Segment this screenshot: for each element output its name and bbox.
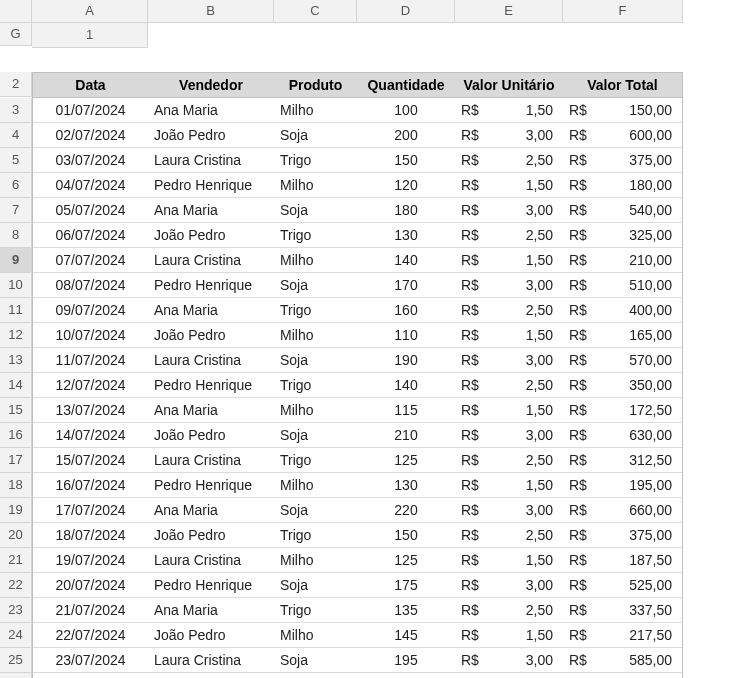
- cell-produto[interactable]: Milho: [274, 323, 357, 348]
- cell-vendedor[interactable]: João Pedro: [148, 523, 274, 548]
- cell-quantidade[interactable]: 135: [357, 598, 455, 623]
- cell-valor-unitario[interactable]: R$3,00: [455, 648, 563, 673]
- cell-valor-total[interactable]: R$312,50: [563, 448, 683, 473]
- row-header-16[interactable]: 16: [0, 423, 32, 448]
- cell-valor-unitario[interactable]: R$1,50: [455, 623, 563, 648]
- cell-quantidade[interactable]: 130: [357, 473, 455, 498]
- cell-valor-unitario[interactable]: R$2,50: [455, 223, 563, 248]
- cell-data[interactable]: 18/07/2024: [32, 523, 148, 548]
- cell-vendedor[interactable]: Ana Maria: [148, 198, 274, 223]
- header-quantidade[interactable]: Quantidade: [357, 72, 455, 98]
- cell-valor-unitario[interactable]: R$2,50: [455, 673, 563, 678]
- cell-quantidade[interactable]: 150: [357, 148, 455, 173]
- cell-quantidade[interactable]: 145: [357, 673, 455, 678]
- cell-data[interactable]: 03/07/2024: [32, 148, 148, 173]
- cell-produto[interactable]: Milho: [274, 473, 357, 498]
- cell-produto[interactable]: Trigo: [274, 148, 357, 173]
- cell-quantidade[interactable]: 160: [357, 298, 455, 323]
- cell-produto[interactable]: Soja: [274, 648, 357, 673]
- cell-quantidade[interactable]: 110: [357, 323, 455, 348]
- cell-data[interactable]: 24/07/2024: [32, 673, 148, 678]
- cell-data[interactable]: 08/07/2024: [32, 273, 148, 298]
- cell-produto[interactable]: Soja: [274, 123, 357, 148]
- cell-produto[interactable]: Milho: [274, 623, 357, 648]
- row-header-9[interactable]: 9: [0, 248, 32, 273]
- cell-valor-total[interactable]: R$540,00: [563, 198, 683, 223]
- row-header-11[interactable]: 11: [0, 298, 32, 323]
- cell-produto[interactable]: Milho: [274, 398, 357, 423]
- cell-valor-total[interactable]: R$400,00: [563, 298, 683, 323]
- cell-data[interactable]: 16/07/2024: [32, 473, 148, 498]
- row-header-12[interactable]: 12: [0, 323, 32, 348]
- row-header-25[interactable]: 25: [0, 648, 32, 673]
- header-valor-total[interactable]: Valor Total: [563, 72, 683, 98]
- row-header-1[interactable]: 1: [32, 23, 148, 48]
- row-header-20[interactable]: 20: [0, 523, 32, 548]
- cell-data[interactable]: 21/07/2024: [32, 598, 148, 623]
- row-header-19[interactable]: 19: [0, 498, 32, 523]
- row-header-24[interactable]: 24: [0, 623, 32, 648]
- cell-quantidade[interactable]: 200: [357, 123, 455, 148]
- cell-produto[interactable]: Soja: [274, 423, 357, 448]
- cell-valor-total[interactable]: R$362,50: [563, 673, 683, 678]
- cell-vendedor[interactable]: Ana Maria: [148, 98, 274, 123]
- row-header-18[interactable]: 18: [0, 473, 32, 498]
- cell-quantidade[interactable]: 130: [357, 223, 455, 248]
- cell-valor-unitario[interactable]: R$1,50: [455, 473, 563, 498]
- cell-produto[interactable]: Trigo: [274, 598, 357, 623]
- cell-vendedor[interactable]: Laura Cristina: [148, 348, 274, 373]
- cell-quantidade[interactable]: 210: [357, 423, 455, 448]
- cell-valor-unitario[interactable]: R$3,00: [455, 273, 563, 298]
- row-header-4[interactable]: 4: [0, 123, 32, 148]
- cell-valor-total[interactable]: R$525,00: [563, 573, 683, 598]
- cell-data[interactable]: 07/07/2024: [32, 248, 148, 273]
- col-header-G[interactable]: G: [0, 23, 32, 46]
- cell-data[interactable]: 02/07/2024: [32, 123, 148, 148]
- cell-vendedor[interactable]: Laura Cristina: [148, 148, 274, 173]
- cell-produto[interactable]: Milho: [274, 548, 357, 573]
- cell-valor-unitario[interactable]: R$1,50: [455, 98, 563, 123]
- cell-valor-total[interactable]: R$350,00: [563, 373, 683, 398]
- row-header-8[interactable]: 8: [0, 223, 32, 248]
- cell-valor-total[interactable]: R$195,00: [563, 473, 683, 498]
- cell-vendedor[interactable]: Laura Cristina: [148, 648, 274, 673]
- cell-quantidade[interactable]: 125: [357, 548, 455, 573]
- cell-valor-unitario[interactable]: R$3,00: [455, 423, 563, 448]
- cell-produto[interactable]: Milho: [274, 173, 357, 198]
- cell-valor-total[interactable]: R$585,00: [563, 648, 683, 673]
- cell-produto[interactable]: Soja: [274, 198, 357, 223]
- row-header-6[interactable]: 6: [0, 173, 32, 198]
- cell-valor-total[interactable]: R$570,00: [563, 348, 683, 373]
- cell-valor-total[interactable]: R$660,00: [563, 498, 683, 523]
- cell-data[interactable]: 11/07/2024: [32, 348, 148, 373]
- cell-vendedor[interactable]: João Pedro: [148, 323, 274, 348]
- cell-valor-total[interactable]: R$187,50: [563, 548, 683, 573]
- row-header-14[interactable]: 14: [0, 373, 32, 398]
- col-header-C[interactable]: C: [274, 0, 357, 23]
- cell-produto[interactable]: Milho: [274, 248, 357, 273]
- cell-data[interactable]: 22/07/2024: [32, 623, 148, 648]
- cell-quantidade[interactable]: 140: [357, 373, 455, 398]
- cell-produto[interactable]: Trigo: [274, 373, 357, 398]
- cell-produto[interactable]: Soja: [274, 273, 357, 298]
- cell-produto[interactable]: Trigo: [274, 523, 357, 548]
- cell-data[interactable]: 17/07/2024: [32, 498, 148, 523]
- row-header-2[interactable]: 2: [0, 72, 32, 97]
- cell-data[interactable]: 06/07/2024: [32, 223, 148, 248]
- cell-data[interactable]: 23/07/2024: [32, 648, 148, 673]
- cell-valor-total[interactable]: R$180,00: [563, 173, 683, 198]
- cell-produto[interactable]: Trigo: [274, 673, 357, 678]
- cell-valor-total[interactable]: R$150,00: [563, 98, 683, 123]
- cell-vendedor[interactable]: Ana Maria: [148, 298, 274, 323]
- cell-vendedor[interactable]: Pedro Henrique: [148, 473, 274, 498]
- cell-data[interactable]: 20/07/2024: [32, 573, 148, 598]
- cell-vendedor[interactable]: Ana Maria: [148, 498, 274, 523]
- cell-data[interactable]: 10/07/2024: [32, 323, 148, 348]
- row-header-15[interactable]: 15: [0, 398, 32, 423]
- row-header-17[interactable]: 17: [0, 448, 32, 473]
- row-header-10[interactable]: 10: [0, 273, 32, 298]
- cell-valor-unitario[interactable]: R$2,50: [455, 448, 563, 473]
- cell-quantidade[interactable]: 195: [357, 648, 455, 673]
- cell-data[interactable]: 09/07/2024: [32, 298, 148, 323]
- cell-valor-unitario[interactable]: R$2,50: [455, 298, 563, 323]
